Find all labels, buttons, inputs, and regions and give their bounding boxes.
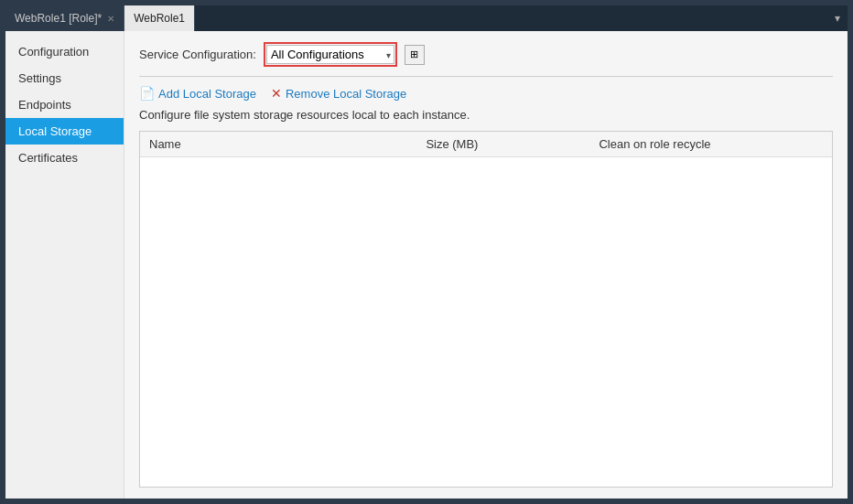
tab-webrole1[interactable]: WebRole1: [124, 5, 195, 31]
remove-local-storage-label: Remove Local Storage: [286, 87, 406, 101]
service-config-select[interactable]: All Configurations Cloud Local: [266, 45, 394, 64]
toolbar: 📄 Add Local Storage ✕ Remove Local Stora…: [139, 86, 833, 101]
local-storage-table: Name Size (MB) Clean on role recycle: [140, 132, 832, 157]
col-header-clean: Clean on role recycle: [589, 132, 832, 157]
service-config-label: Service Configuration:: [139, 48, 256, 61]
tab-label: WebRole1 [Role]*: [15, 12, 102, 25]
config-icon-button[interactable]: ⊞: [405, 45, 425, 65]
select-inner: All Configurations Cloud Local: [266, 45, 394, 64]
main-content: Configuration Settings Endpoints Local S…: [5, 31, 848, 499]
sidebar: Configuration Settings Endpoints Local S…: [5, 31, 124, 499]
window-arrow[interactable]: ▾: [835, 12, 848, 25]
col-header-name: Name: [140, 132, 416, 157]
sidebar-item-local-storage[interactable]: Local Storage: [5, 118, 124, 145]
sidebar-item-label: Certificates: [18, 151, 78, 165]
add-local-storage-label: Add Local Storage: [158, 87, 256, 101]
table-header-row: Name Size (MB) Clean on role recycle: [140, 132, 832, 157]
sidebar-item-endpoints[interactable]: Endpoints: [5, 91, 124, 118]
sidebar-item-configuration[interactable]: Configuration: [5, 38, 124, 65]
service-config-row: Service Configuration: All Configuration…: [139, 42, 833, 77]
browse-icon: ⊞: [410, 48, 418, 60]
sidebar-item-label: Local Storage: [18, 124, 92, 138]
sidebar-item-certificates[interactable]: Certificates: [5, 145, 124, 171]
remove-icon: ✕: [271, 86, 282, 101]
sidebar-item-label: Configuration: [18, 45, 89, 59]
col-header-size: Size (MB): [416, 132, 589, 157]
sidebar-item-settings[interactable]: Settings: [5, 65, 124, 91]
sidebar-item-label: Endpoints: [18, 98, 71, 112]
table-container: Name Size (MB) Clean on role recycle: [139, 131, 833, 488]
title-bar: WebRole1 [Role]* ✕ WebRole1 ▾: [5, 5, 848, 31]
sidebar-item-label: Settings: [18, 71, 61, 85]
right-panel: Service Configuration: All Configuration…: [124, 31, 848, 499]
service-config-select-wrapper: All Configurations Cloud Local: [264, 42, 397, 67]
tab-webrole1-role[interactable]: WebRole1 [Role]* ✕: [5, 5, 124, 31]
description-text: Configure file system storage resources …: [139, 108, 833, 122]
close-tab-icon[interactable]: ✕: [107, 14, 114, 24]
tab-label: WebRole1: [134, 12, 185, 25]
app-window: WebRole1 [Role]* ✕ WebRole1 ▾ Configurat…: [0, 0, 853, 504]
add-icon: 📄: [139, 86, 155, 101]
remove-local-storage-button[interactable]: ✕ Remove Local Storage: [271, 86, 406, 101]
add-local-storage-button[interactable]: 📄 Add Local Storage: [139, 86, 256, 101]
